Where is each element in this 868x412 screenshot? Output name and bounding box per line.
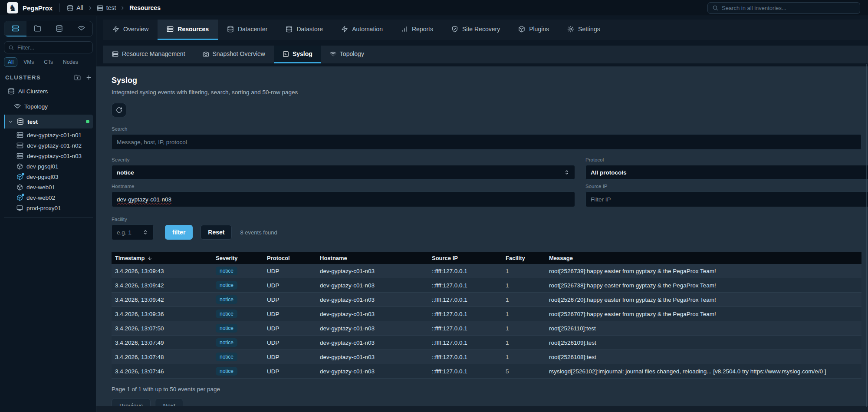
tree-item-label: test [27,119,38,125]
scrollbar[interactable] [866,64,867,407]
column-header-severity[interactable]: Severity [212,255,263,261]
table-row: 3.4.2026, 13:09:43noticeUDPdev-gyptazy-c… [112,264,861,278]
subtab-syslog[interactable]: Syslog [274,46,321,63]
protocol-select[interactable]: All protocols [585,165,868,180]
chip-nodes[interactable]: Nodes [59,57,82,67]
refresh-button[interactable] [112,103,126,117]
tree-item-dev-web01[interactable]: dev-web01 [4,182,93,192]
table-row: 3.4.2026, 13:07:46noticeUDPdev-gyptazy-c… [112,364,861,379]
view-tab-folders[interactable] [26,21,49,36]
tree-item-label: dev-web01 [26,184,55,191]
cell-facility: 5 [502,368,546,375]
breadcrumb-item-test[interactable]: test [97,4,116,11]
source-ip-label: Source IP [585,184,868,189]
severity-value: notice [117,169,134,176]
chevrons-up-down-icon [142,229,148,235]
cell-message: root[2526738]:happy easter from gyptazy … [546,282,861,289]
chip-cts[interactable]: CTs [40,57,57,67]
server-icon [16,152,23,159]
column-header-timestamp[interactable]: Timestamp [112,255,212,261]
severity-label: Severity [112,157,575,162]
tree-item-dev-gyptazy-c01-n02[interactable]: dev-gyptazy-c01-n02 [4,140,93,151]
view-tab-pools[interactable] [49,21,71,36]
sidebar-filter [4,41,93,53]
source-ip-input[interactable] [591,196,868,203]
hostname-input[interactable]: dev-gyptazy-c01-n03 [112,191,575,207]
tree-item-prod-proxy01[interactable]: prod-proxy01 [4,203,93,213]
tree-item-topology[interactable]: Topology [4,99,93,113]
facility-input[interactable]: e.g. 1 [112,224,154,240]
subtab-resource-management[interactable]: Resource Management [103,46,194,63]
events-table: TimestampSeverityProtocolHostnameSource … [112,252,861,379]
view-tab-servers[interactable] [4,21,26,36]
severity-select[interactable]: notice [112,165,575,180]
cell-protocol: UDP [263,339,316,346]
column-header-protocol[interactable]: Protocol [263,255,316,261]
tree-item-dev-pgsql03[interactable]: dev-pgsql03 [4,171,93,182]
cell-hostname: dev-gyptazy-c01-n03 [316,325,428,332]
tree-item-test[interactable]: test [4,115,93,129]
gear-icon [567,26,574,33]
tab-overview[interactable]: Overview [103,20,158,40]
syslog-search-input[interactable] [117,139,856,145]
filter-row-2: Hostname dev-gyptazy-c01-n03 Source IP [112,184,861,207]
cell-hostname: dev-gyptazy-c01-n03 [316,297,428,303]
tree-item-all-clusters[interactable]: All Clusters [4,84,93,98]
server-icon [97,5,103,11]
next-button[interactable]: Next [155,398,183,406]
subtab-topology[interactable]: Topology [321,46,373,63]
chip-vms[interactable]: VMs [20,57,38,67]
cell-hostname: dev-gyptazy-c01-n03 [316,368,428,375]
subtab-snapshot-overview[interactable]: Snapshot Overview [194,46,274,63]
breadcrumb-item-resources[interactable]: Resources [129,4,161,11]
wifi-icon [330,51,336,57]
tab-label: Datastore [296,26,323,33]
cell-timestamp: 3.4.2026, 13:07:50 [112,325,212,332]
tab-site-recovery[interactable]: Site Recovery [442,20,509,40]
tab-plugins[interactable]: Plugins [509,20,558,40]
brand-name: PegaProx [23,4,53,12]
view-tab-network[interactable] [70,21,92,36]
previous-button[interactable]: Previous [112,398,151,406]
tab-datastore[interactable]: Datastore [276,20,332,40]
tree-item-dev-web02[interactable]: dev-web02 [4,192,93,203]
filter-button[interactable]: filter [165,225,193,240]
tree-item-label: Topology [24,103,48,110]
breadcrumb-item-all[interactable]: All [67,4,83,11]
cell-hostname: dev-gyptazy-c01-n03 [316,339,428,346]
severity-badge: notice [216,281,237,290]
database-icon [17,118,24,125]
tree-item-dev-gyptazy-c01-n01[interactable]: dev-gyptazy-c01-n01 [4,130,93,140]
facility-label: Facility [112,217,861,222]
cell-timestamp: 3.4.2026, 13:07:46 [112,368,212,375]
filter-row-1: Severity notice Protocol All protocols [112,157,861,180]
sidebar-filter-input[interactable] [17,44,89,51]
column-header-message[interactable]: Message [546,255,861,261]
tab-automation[interactable]: Automation [332,20,392,40]
cell-facility: 1 [502,282,546,289]
column-header-source-ip[interactable]: Source IP [428,255,502,261]
monitor-icon [16,205,23,211]
folder-plus-icon[interactable] [74,74,81,81]
tree-item-dev-gyptazy-c01-n03[interactable]: dev-gyptazy-c01-n03 [4,151,93,161]
cube-icon [16,163,23,170]
cell-source-ip: ::ffff:127.0.0.1 [428,339,502,346]
cell-protocol: UDP [263,282,316,289]
tab-settings[interactable]: Settings [558,20,609,40]
tab-datacenter[interactable]: Datacenter [218,20,276,40]
tab-reports[interactable]: Reports [392,20,442,40]
reset-button[interactable]: Reset [201,225,232,240]
column-header-hostname[interactable]: Hostname [316,255,428,261]
cell-timestamp: 3.4.2026, 13:09:42 [112,282,212,289]
tab-resources[interactable]: Resources [158,20,218,40]
facility-row: e.g. 1 filter Reset 8 events found [112,224,861,240]
column-header-facility[interactable]: Facility [502,255,546,261]
table-row: 3.4.2026, 13:09:36noticeUDPdev-gyptazy-c… [112,307,861,321]
plus-icon[interactable] [85,74,92,81]
chip-all[interactable]: All [4,57,17,67]
tree-item-dev-pgsql01[interactable]: dev-pgsql01 [4,161,93,171]
folder-icon [34,25,41,32]
database-icon [67,5,73,11]
cell-protocol: UDP [263,311,316,317]
global-search-input[interactable] [722,5,855,11]
